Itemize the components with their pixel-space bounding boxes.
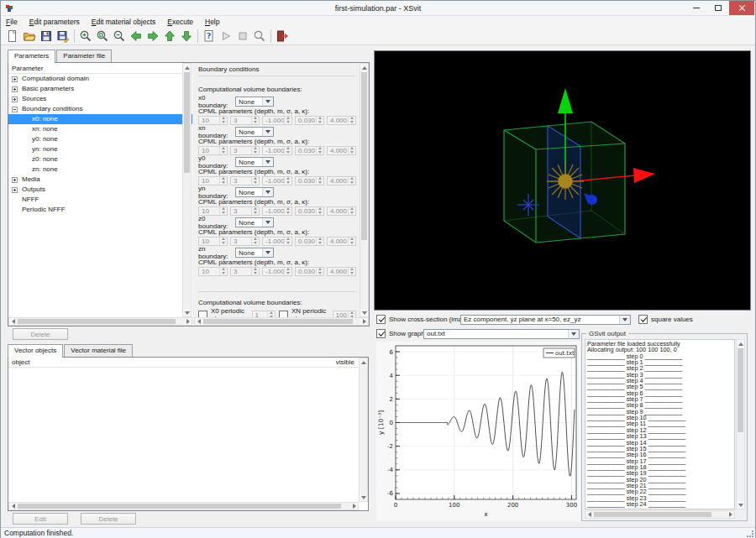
tab-vector-objects[interactable]: Vector objects bbox=[8, 344, 63, 358]
delete-parameter-button[interactable]: Delete bbox=[13, 328, 68, 340]
save-file-as-button[interactable] bbox=[55, 28, 71, 44]
dropdown-button[interactable] bbox=[262, 218, 273, 227]
tree-item-periodic-nfff[interactable]: Periodic NFFF bbox=[8, 205, 192, 215]
scroll-right-icon[interactable] bbox=[727, 511, 734, 518]
scroll-right-icon[interactable] bbox=[350, 503, 358, 509]
xn-periodic-checkbox[interactable] bbox=[279, 311, 288, 318]
yn-cpml-param-4[interactable]: 4.000 bbox=[327, 206, 356, 216]
check-parameters-button[interactable]: ? bbox=[201, 28, 218, 44]
tree-vertical-scrollbar[interactable] bbox=[182, 63, 192, 317]
log-vertical-scrollbar[interactable] bbox=[736, 339, 745, 509]
column-visible[interactable]: visible bbox=[336, 358, 354, 368]
collapse-icon[interactable] bbox=[12, 107, 18, 112]
x0-cpml-param-4[interactable]: 4.000 bbox=[327, 116, 356, 125]
y0-cpml-param-1[interactable]: 3 bbox=[230, 176, 260, 185]
spinner-arrows[interactable] bbox=[219, 268, 227, 275]
close-button[interactable] bbox=[729, 1, 754, 15]
expand-icon[interactable] bbox=[12, 187, 18, 193]
delete-object-button[interactable]: Delete bbox=[81, 513, 136, 525]
spinner-arrows[interactable] bbox=[284, 238, 291, 245]
y0-cpml-param-2[interactable]: -1.000 bbox=[262, 176, 292, 185]
new-file-button[interactable] bbox=[4, 28, 21, 44]
spinner-arrows[interactable] bbox=[316, 238, 323, 245]
z0-cpml-param-3[interactable]: 0.030 bbox=[295, 237, 324, 246]
spinner-arrows[interactable] bbox=[219, 117, 227, 124]
spinner-arrows[interactable] bbox=[348, 268, 355, 275]
xn-periodic-value[interactable]: 100 bbox=[333, 311, 356, 318]
quit-gl-button[interactable] bbox=[274, 28, 291, 44]
scroll-left-icon[interactable] bbox=[585, 511, 593, 518]
xn-boundary-select[interactable]: None bbox=[235, 127, 274, 137]
scroll-down-icon[interactable] bbox=[183, 309, 191, 316]
tree-horizontal-scrollbar[interactable] bbox=[8, 317, 192, 326]
graph-plot[interactable]: 0100200300-6-4-20246xy [10⁻³]out.txt bbox=[376, 342, 580, 521]
scroll-down-icon[interactable] bbox=[360, 309, 368, 316]
spinner-arrows[interactable] bbox=[251, 207, 259, 215]
y0-cpml-param-0[interactable]: 10 bbox=[198, 176, 228, 185]
graph-file-select[interactable]: out.txt bbox=[423, 329, 580, 339]
y0-cpml-param-3[interactable]: 0.030 bbox=[295, 176, 324, 185]
expand-icon[interactable] bbox=[12, 76, 18, 82]
xn-cpml-param-3[interactable]: 0.030 bbox=[295, 146, 324, 155]
tree-item-y0-none[interactable]: y0: none bbox=[8, 134, 192, 144]
square-values-checkbox[interactable] bbox=[638, 315, 648, 324]
vector-vertical-scrollbar[interactable] bbox=[359, 358, 368, 502]
dropdown-button[interactable] bbox=[262, 158, 273, 166]
cross-section-select[interactable]: Ez component, yz plane at x=50, ez_yz bbox=[460, 315, 631, 325]
scroll-down-icon[interactable] bbox=[737, 501, 744, 509]
inspect-button[interactable] bbox=[251, 28, 268, 44]
dropdown-button[interactable] bbox=[262, 128, 273, 136]
title-bar[interactable]: first-simulation.par - XSvit bbox=[1, 1, 755, 16]
minimize-button[interactable] bbox=[685, 1, 707, 15]
tab-vector-material-file[interactable]: Vector material file bbox=[64, 344, 133, 357]
spinner-arrows[interactable] bbox=[316, 147, 323, 154]
tree-item-x0-none[interactable]: x0: none bbox=[8, 114, 192, 124]
y0-boundary-select[interactable]: None bbox=[235, 157, 274, 167]
tree-item-zn-none[interactable]: zn: none bbox=[8, 165, 192, 175]
spinner-arrows[interactable] bbox=[348, 117, 355, 124]
yn-cpml-param-1[interactable]: 3 bbox=[230, 206, 260, 216]
resize-grip[interactable] bbox=[747, 530, 753, 537]
scroll-thumb[interactable] bbox=[594, 512, 711, 517]
spinner-arrows[interactable] bbox=[219, 177, 227, 185]
form-horizontal-scrollbar[interactable] bbox=[194, 317, 369, 326]
menu-file[interactable]: File bbox=[6, 18, 18, 26]
spinner-arrows[interactable] bbox=[348, 147, 355, 154]
z0-cpml-param-4[interactable]: 4.000 bbox=[327, 237, 356, 246]
tree-item-boundary-conditions[interactable]: Boundary conditions bbox=[8, 104, 192, 114]
scroll-up-icon[interactable] bbox=[737, 340, 744, 347]
zoom-in-button[interactable] bbox=[77, 28, 94, 44]
spinner-arrows[interactable] bbox=[316, 207, 323, 215]
move-up-button[interactable] bbox=[161, 28, 178, 44]
yn-cpml-param-3[interactable]: 0.030 bbox=[295, 206, 324, 216]
save-file-button[interactable] bbox=[38, 28, 55, 44]
x0-cpml-param-0[interactable]: 10 bbox=[198, 116, 228, 125]
scroll-right-icon[interactable] bbox=[184, 318, 192, 325]
dropdown-button[interactable] bbox=[262, 188, 273, 196]
stop-computation-button[interactable] bbox=[234, 28, 251, 44]
spinner-arrows[interactable] bbox=[348, 311, 355, 318]
y0-cpml-param-4[interactable]: 4.000 bbox=[327, 176, 356, 185]
spinner-arrows[interactable] bbox=[316, 117, 323, 124]
spinner-arrows[interactable] bbox=[251, 238, 259, 245]
dropdown-button[interactable] bbox=[619, 316, 630, 324]
z0-boundary-select[interactable]: None bbox=[235, 217, 274, 227]
scroll-up-icon[interactable] bbox=[360, 358, 367, 366]
x0-cpml-param-3[interactable]: 0.030 bbox=[295, 116, 324, 125]
menu-edit-parameters[interactable]: Edit parameters bbox=[29, 18, 80, 26]
spinner-arrows[interactable] bbox=[348, 238, 355, 245]
yn-boundary-select[interactable]: None bbox=[235, 187, 274, 197]
zoom-out-button[interactable] bbox=[111, 28, 128, 44]
zn-cpml-param-0[interactable]: 10 bbox=[198, 267, 228, 276]
dropdown-button[interactable] bbox=[262, 248, 273, 257]
spinner-arrows[interactable] bbox=[251, 147, 259, 154]
spinner-arrows[interactable] bbox=[251, 177, 259, 185]
x0-cpml-param-2[interactable]: -1.000 bbox=[262, 116, 292, 125]
tree-item-computational-domain[interactable]: Computational domain bbox=[8, 74, 192, 84]
gsvit-output-log[interactable]: Parameter file loaded successfullyAlloca… bbox=[585, 339, 735, 509]
spinner-arrows[interactable] bbox=[219, 207, 227, 215]
spinner-arrows[interactable] bbox=[316, 177, 323, 185]
scroll-left-icon[interactable] bbox=[195, 318, 202, 325]
spinner-arrows[interactable] bbox=[219, 147, 227, 154]
scroll-thumb[interactable] bbox=[361, 72, 367, 240]
